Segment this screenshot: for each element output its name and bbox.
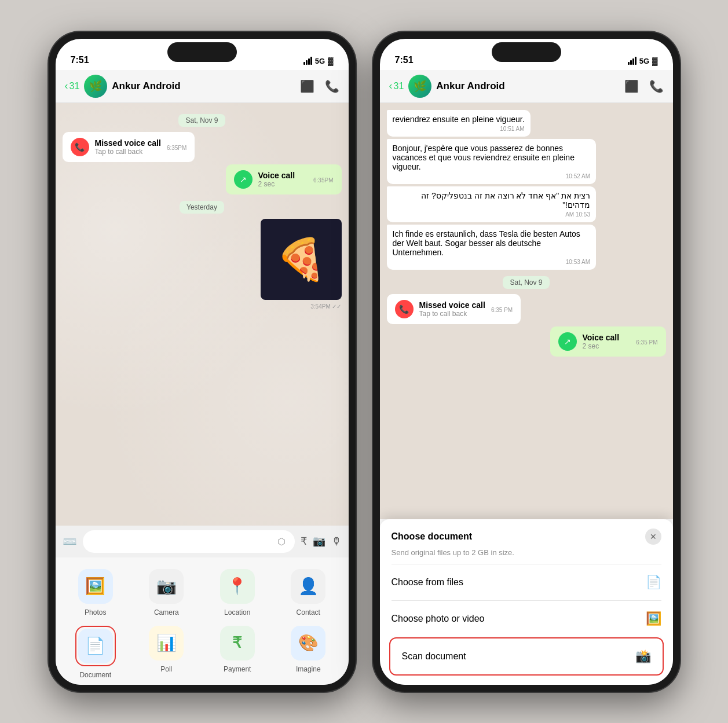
voice-call-title-right: Voice call	[583, 333, 631, 342]
attach-location[interactable]: 📍 Location	[207, 569, 269, 616]
location-icon: 📍	[227, 577, 247, 596]
voice-call-sub-right: 2 sec	[583, 342, 631, 350]
contact-name-right: Ankur Android	[436, 80, 619, 92]
sent-call-time-right: 6:35 PM	[636, 339, 657, 346]
keyboard-icon[interactable]: ⌨️	[63, 534, 77, 548]
chat-header-left: ‹ 31 🌿 Ankur Android ⬛ 📞	[56, 70, 349, 103]
input-area-left: ⌨️ ⬡ ₹ 📷 🎙	[56, 526, 349, 557]
mic-icon[interactable]: 🎙	[331, 535, 342, 548]
chat-area-right: reviendrez ensuite en pleine vigueur. 10…	[380, 103, 673, 519]
msg-3-time: 10:53 AM	[393, 211, 591, 218]
header-icons-left: ⬛ 📞	[300, 79, 339, 93]
photos-label: Photos	[85, 608, 106, 616]
msg-2-text: Bonjour, j'espère que vous passerez de b…	[393, 144, 575, 171]
date-sep-right: Sat, Nov 9	[387, 277, 666, 287]
payment-label: Payment	[224, 665, 251, 673]
scan-icon: 📸	[635, 649, 651, 664]
msg-4-time: 10:53 AM	[393, 259, 591, 265]
location-icon-wrap: 📍	[220, 569, 255, 604]
time-left: 7:51	[71, 55, 89, 65]
text-input-left[interactable]: ⬡	[83, 530, 295, 553]
attach-imagine[interactable]: 🎨 Imagine	[277, 626, 339, 679]
sheet-title: Choose document	[392, 531, 473, 542]
signal-icon-right	[628, 57, 636, 65]
choose-files-label: Choose from files	[392, 577, 464, 588]
sheet-subtitle: Send original files up to 2 GB in size.	[380, 548, 673, 564]
voice-call-sub: 2 sec	[258, 180, 308, 188]
missed-call-icon-right: 📞	[395, 300, 414, 318]
left-phone: 7:51 5G ▓ ‹ 31 🌿 Ankur Android ⬛	[49, 32, 356, 692]
photos-icon: 🖼️	[85, 577, 105, 596]
attach-camera[interactable]: 📷 Camera	[136, 569, 197, 616]
document-icon-wrap: 📄	[78, 629, 113, 663]
missed-call-left: 📞 Missed voice call Tap to call back 6:3…	[63, 132, 195, 162]
choose-photo-label: Choose photo or video	[392, 614, 485, 624]
avatar-right: 🌿	[408, 75, 431, 98]
sheet-header: Choose document ✕	[380, 519, 673, 548]
back-count-left: 31	[69, 81, 80, 91]
back-button-right[interactable]: ‹ 31	[389, 80, 404, 92]
missed-call-title-right: Missed voice call	[419, 300, 485, 310]
time-right: 7:51	[395, 55, 414, 65]
missed-call-time-right: 6:35 PM	[491, 307, 513, 313]
poll-icon: 📊	[156, 633, 177, 652]
pizza-image: 🍕	[261, 219, 342, 300]
msg-4-text: Ich finde es erstaunlich, dass Tesla die…	[393, 229, 580, 257]
document-icon: 📄	[85, 636, 105, 655]
attach-payment[interactable]: ₹ Payment	[207, 626, 269, 679]
chat-header-right: ‹ 31 🌿 Ankur Android ⬛ 📞	[380, 70, 673, 103]
phone-icon-right[interactable]: 📞	[649, 79, 664, 93]
back-count-right: 31	[394, 81, 404, 91]
date-sep-2: Yesterday	[63, 201, 342, 212]
video-icon-right[interactable]: ⬛	[624, 79, 639, 93]
contact-label: Contact	[297, 608, 320, 616]
choose-files-option[interactable]: Choose from files 📄	[380, 564, 673, 600]
signal-icon	[303, 57, 312, 65]
sent-call-icon: ↗	[234, 170, 253, 189]
msg-4: Ich finde es erstaunlich, dass Tesla die…	[387, 225, 597, 270]
dynamic-island	[167, 42, 237, 62]
status-icons-right: 5G ▓	[628, 57, 658, 65]
payment-icon-wrap: ₹	[220, 626, 255, 660]
camera-label: Camera	[154, 608, 179, 616]
date-sep-1: Sat, Nov 9	[63, 115, 342, 125]
photos-icon-wrap: 🖼️	[78, 569, 113, 604]
poll-label: Poll	[160, 665, 172, 673]
video-icon-left[interactable]: ⬛	[300, 79, 314, 93]
sticker-icon: ⬡	[277, 536, 286, 547]
missed-call-sub-right: Tap to call back	[419, 310, 485, 318]
battery-icon-right: ▓	[652, 57, 657, 65]
sent-call-icon-right: ↗	[558, 332, 577, 351]
battery-icon-left: ▓	[328, 57, 333, 65]
pizza-time: 3:54PM ✓✓	[310, 303, 341, 310]
choose-photo-option[interactable]: Choose photo or video 🖼️	[380, 601, 673, 637]
signal-type-right: 5G	[639, 57, 649, 65]
attach-photos[interactable]: 🖼️ Photos	[65, 569, 127, 616]
attach-document[interactable]: 📄 Document	[65, 626, 127, 679]
status-icons-left: 5G ▓	[303, 57, 334, 65]
phone-icon-left[interactable]: 📞	[325, 79, 339, 93]
camera-icon-wrap: 📷	[149, 569, 184, 604]
scan-document-option[interactable]: Scan document 📸	[389, 637, 664, 676]
contact-icon: 👤	[298, 577, 319, 596]
dynamic-island-right	[492, 42, 561, 62]
sent-call-left: ↗ Voice call 2 sec 6:35PM	[226, 164, 342, 194]
missed-call-title: Missed voice call	[95, 138, 161, 148]
missed-call-time: 6:35PM	[167, 145, 186, 151]
document-highlight: 📄	[75, 626, 116, 666]
contact-icon-wrap: 👤	[291, 569, 325, 604]
back-button-left[interactable]: ‹ 31	[65, 80, 80, 92]
rupee-icon[interactable]: ₹	[301, 535, 307, 548]
missed-call-right: 📞 Missed voice call Tap to call back 6:3…	[387, 294, 521, 324]
sheet-close-button[interactable]: ✕	[645, 529, 661, 545]
camera-icon: 📷	[156, 577, 177, 596]
missed-call-sub: Tap to call back	[95, 148, 161, 156]
camera-icon-input[interactable]: 📷	[313, 535, 325, 548]
payment-icon: ₹	[232, 634, 242, 652]
attach-poll[interactable]: 📊 Poll	[136, 626, 197, 679]
document-label: Document	[79, 671, 111, 679]
msg-2: Bonjour, j'espère que vous passerez de b…	[387, 139, 597, 184]
call-info-right: Missed voice call Tap to call back	[419, 300, 485, 318]
chat-area-left: Sat, Nov 9 📞 Missed voice call Tap to ca…	[56, 103, 349, 526]
attach-contact[interactable]: 👤 Contact	[277, 569, 339, 616]
